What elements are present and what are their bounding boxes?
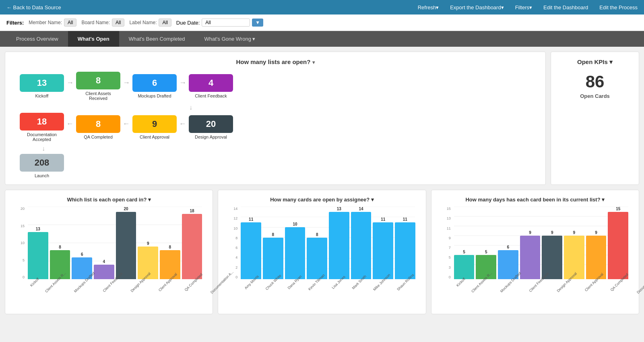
x-label: Design Approval xyxy=(552,279,579,307)
bar xyxy=(608,212,628,279)
filters-label: Filters: xyxy=(6,20,24,26)
edit-dashboard-button[interactable]: Edit the Dashboard xyxy=(543,4,588,10)
x-label: Client Feedback xyxy=(98,279,124,307)
step-client-feedback-box: 4 xyxy=(189,74,233,92)
member-name-value[interactable]: All xyxy=(64,19,76,27)
label-name-label: Label Name: xyxy=(129,20,157,25)
arrow-r1: → xyxy=(64,120,76,128)
step-kickoff-label: Kickoff xyxy=(35,93,49,98)
export-dashboard-button[interactable]: Export the Dashboard▾ xyxy=(450,4,504,10)
main-content: How many lists are open? ▾ 13 Kickoff → … xyxy=(0,47,644,319)
tab-process-overview[interactable]: Process Overview xyxy=(6,31,68,47)
filters-button[interactable]: Filters▾ xyxy=(515,4,532,10)
x-label: Design Approval xyxy=(126,279,153,307)
bar-col: 11 xyxy=(373,207,393,279)
arrow-2: → xyxy=(120,79,132,87)
step-client-approval: 9 Client Approval xyxy=(132,115,177,139)
bar xyxy=(182,214,202,279)
arrow-1: → xyxy=(64,79,76,87)
step-client-assets-box: 8 xyxy=(76,72,120,89)
due-date-filter: Due Date: ▼ xyxy=(176,19,263,27)
bar-col: 13 xyxy=(28,207,48,279)
chart3-card: How many days has each card been in its … xyxy=(431,190,639,314)
label-name-filter: Label Name: All xyxy=(129,19,171,27)
step-design-approval-box: 20 xyxy=(189,115,233,133)
x-label: Kickoff xyxy=(454,279,465,307)
bar-col: 8 xyxy=(263,207,283,279)
bar xyxy=(241,222,261,279)
label-name-value[interactable]: All xyxy=(159,19,171,27)
process-flow-title: How many lists are open? ▾ xyxy=(12,58,539,65)
step-mockups-label: Mockups Drafted xyxy=(138,93,171,98)
bar-col: 9 xyxy=(542,207,562,279)
process-flow-arrow: ▾ xyxy=(312,60,315,65)
arrow-3: → xyxy=(177,79,189,87)
bar xyxy=(263,238,283,279)
chart3-title: How many days has each card been in its … xyxy=(438,197,632,203)
bar-col: 6 xyxy=(72,207,92,279)
step-qa-box: 8 xyxy=(76,115,120,133)
step-launch-box: 208 xyxy=(20,154,64,172)
chart2-title: How many cards are open by assignee? ▾ xyxy=(225,197,419,203)
chart2-bars: 11810813141111 xyxy=(241,207,415,279)
x-label: Dana Ryan xyxy=(284,279,303,307)
chart1-title: Which list is each open card in? ▾ xyxy=(12,197,206,203)
bar-col: 5 xyxy=(476,207,496,279)
x-label: Kickoff xyxy=(28,279,39,307)
x-label: Client Assets R... xyxy=(466,279,494,307)
x-label: Amy Morris xyxy=(241,279,260,307)
member-name-label: Member Name: xyxy=(29,20,62,25)
step-client-feedback: 4 Client Feedback xyxy=(189,74,233,98)
x-label: Kevin Tillman xyxy=(304,279,326,307)
bar xyxy=(395,222,415,279)
step-client-assets: 8 Client Assets Received xyxy=(76,72,120,101)
bar-col: 15 xyxy=(608,207,628,279)
tab-whats-gone-wrong[interactable]: What's Gone Wrong ▾ xyxy=(194,31,265,47)
due-date-label: Due Date: xyxy=(176,20,200,26)
chart2-card: How many cards are open by assignee? ▾ 1… xyxy=(218,190,426,314)
bar-col: 18 xyxy=(182,207,202,279)
bar-col: 8 xyxy=(160,207,180,279)
back-button[interactable]: ← Back to Data Source xyxy=(6,4,61,10)
bar-col: 20 xyxy=(116,207,136,279)
step-kickoff-box: 13 xyxy=(20,74,64,92)
tab-whats-open[interactable]: What's Open xyxy=(68,31,119,47)
bar-col: 9 xyxy=(586,207,607,279)
chart1-card: Which list is each open card in? ▾ 20 15… xyxy=(5,190,213,314)
tab-whats-been-completed[interactable]: What's Been Completed xyxy=(119,31,195,47)
bar xyxy=(454,255,475,279)
kpi-card: Open KPIs ▾ 86 Open Cards xyxy=(551,52,639,185)
step-qa-label: QA Completed xyxy=(84,135,113,139)
top-row: How many lists are open? ▾ 13 Kickoff → … xyxy=(5,52,639,185)
x-label: Mark Smith xyxy=(348,279,367,307)
top-bar-actions: Refresh▾ Export the Dashboard▾ Filters▾ … xyxy=(418,4,638,10)
step-mockups-box: 6 xyxy=(132,74,177,92)
due-date-apply-button[interactable]: ▼ xyxy=(252,19,263,27)
refresh-button[interactable]: Refresh▾ xyxy=(418,4,439,10)
kpi-title: Open KPIs ▾ xyxy=(557,58,632,66)
filters-bar: Filters: Member Name: All Board Name: Al… xyxy=(0,15,644,31)
step-documentation: 18 Documentation Accepted xyxy=(20,113,64,142)
bar xyxy=(307,238,327,279)
tab-nav: Process Overview What's Open What's Been… xyxy=(0,31,644,47)
chart1-y-axis: 20 15 10 5 0 xyxy=(12,207,26,279)
due-date-input[interactable] xyxy=(202,19,250,27)
step-launch: 208 Launch xyxy=(20,154,64,178)
bar xyxy=(351,212,372,279)
edit-process-button[interactable]: Edit the Process xyxy=(599,4,638,10)
bar-col: 9 xyxy=(564,207,584,279)
step-design-approval: 20 Design Approval xyxy=(189,115,233,139)
bar xyxy=(586,236,607,279)
x-label: Shaun Rollins xyxy=(393,279,415,307)
step-mockups: 6 Mockups Drafted xyxy=(132,74,177,98)
step-documentation-box: 18 xyxy=(20,113,64,131)
board-name-value[interactable]: All xyxy=(112,19,124,27)
bar-col: 9 xyxy=(520,207,541,279)
arrow-r2: → xyxy=(120,120,132,128)
bar-col: 8 xyxy=(307,207,327,279)
x-label: QA Completed xyxy=(606,279,630,307)
board-name-label: Board Name: xyxy=(81,20,110,25)
kpi-label: Open Cards xyxy=(557,93,632,99)
x-label: Client Approval xyxy=(154,279,179,307)
step-client-approval-box: 9 xyxy=(132,115,177,133)
